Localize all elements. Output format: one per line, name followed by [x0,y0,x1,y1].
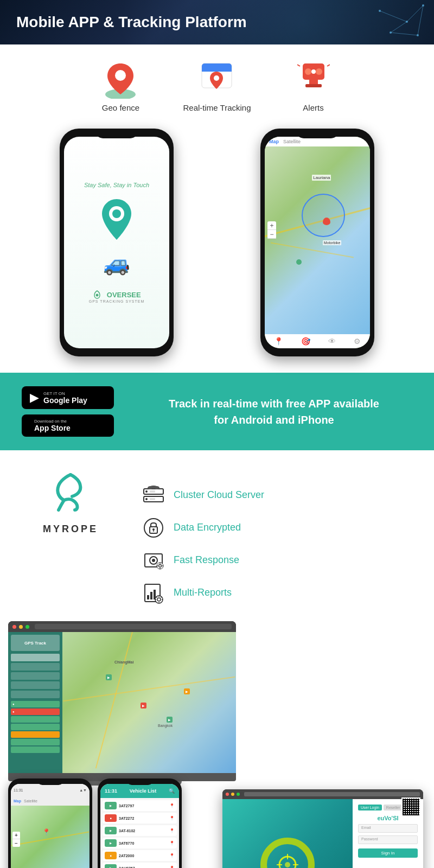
svg-point-35 [148,486,153,489]
vlist-pin-5: 📍 [169,853,175,858]
vlist-dot-6: ▶ [105,864,117,868]
vlist-pin-1: 📍 [169,803,175,808]
sphone-map-tabs: Map Satellite [11,796,90,806]
vlist-dot-1: ▶ [105,802,117,809]
platform-desktop-bar [8,621,236,632]
app-store-small: Download on the [34,419,71,424]
map-tab-satellite: Satellite [283,139,301,144]
zoom-in: + [267,221,276,230]
login-map-gps-icon [274,851,301,868]
login-password-field[interactable]: Password [358,835,418,844]
vlist-pin-6: 📍 [169,866,175,869]
oversee-sub-text: GPS TRACKING SYSTEM [89,299,145,303]
fast-response-label: Fast Response [174,554,239,566]
map-bottom-icon-2: 🎯 [301,337,310,346]
login-screen-body: Stay Safe, Stay in Touch User Login Rese… [222,799,423,868]
phone-map-mockup: Map Satellite Lauriana Motorbike + − 📍 [260,129,374,356]
expand-dot [25,625,29,629]
phone-app-mockup: Stay Safe, Stay in Touch 🚙 OVERSEE GPS T… [60,129,174,356]
svg-line-24 [327,65,330,66]
phone-notch-right [296,129,339,138]
svg-point-30 [145,490,148,493]
server-feature-encrypted: Data Encrypted [141,515,412,540]
map-background [62,632,236,773]
qr-inner [403,799,419,815]
vlist-search-icon: 🔍 [169,788,175,794]
svg-point-43 [152,559,155,562]
vlist-name-4: 3AT6770 [119,841,134,845]
svg-rect-17 [309,80,318,84]
vlist-name-3: 3AT-6102 [119,829,135,833]
close-dot [12,625,16,629]
vehicle-row-orange [11,731,60,738]
vlist-item-3: ▶ 3AT-6102 📍 [103,825,177,836]
vlist-item-5: ■ 2AT2000 📍 [103,850,177,861]
map-tab-map: Map [269,139,279,144]
google-play-text: GET IT ON Google Play [43,391,87,405]
map-vehicle-2: ▶ [141,703,146,709]
feature-tracking: Real-time Tracking [183,61,251,112]
brand-name: MYROPE [43,524,98,535]
svg-point-0 [379,10,381,12]
svg-rect-51 [147,595,149,599]
vlist-name-6: 2AU9767 [119,866,135,869]
speed-icon [141,548,165,572]
map-bottom-icon-3: 👁 [328,337,336,346]
phones-overlay: 11:31 ▲▼ Map Satellite 📍 + − [8,778,182,868]
map-green-pin [296,259,302,265]
svg-point-20 [311,69,316,74]
brand-logo-area: MYROPE [22,472,119,535]
login-qr-code [401,797,420,816]
vlist-item-1: ▶ 3AT2797 📍 [103,800,177,811]
login-min-dot [231,793,234,796]
url-bar [35,624,232,629]
tagline-line1: Track in real-time with free APP availab… [136,395,412,412]
map-bottom-icon-1: 📍 [274,337,283,346]
sidebar-logo: GPS Track [11,635,60,651]
svg-point-67 [285,862,290,867]
vlist-dot-5: ■ [105,852,117,859]
appstore-tagline: Track in real-time with free APP availab… [136,395,412,428]
server-feature-fast: Fast Response [141,548,412,572]
app-store-button[interactable]: Download on the App Store [22,414,114,437]
sidebar-item-2 [11,663,60,671]
google-play-icon: ▶ [30,391,39,405]
google-play-button[interactable]: ▶ GET IT ON Google Play [22,386,114,409]
svg-point-36 [154,486,159,489]
svg-rect-14 [202,69,232,72]
sphone-zoom-in: + [12,832,20,839]
svg-rect-52 [150,592,152,599]
svg-line-60 [156,597,157,598]
map-geo-fence-circle [302,194,345,237]
geo-fence-label: Geo fence [102,103,139,112]
minimize-dot [19,625,23,629]
vlist-dot-2: ■ [105,814,117,822]
login-username-field[interactable]: Email [358,824,418,833]
page-title: Mobile APP & Tracking Platform [16,14,418,31]
vlist-item-2: ■ 3AT2272 📍 [103,813,177,824]
encrypted-label: Data Encrypted [174,522,241,533]
phone-app-screen: Stay Safe, Stay in Touch 🚙 OVERSEE GPS T… [64,137,169,348]
vehicle-row-green5 [11,746,60,753]
platform-sidebar: GPS Track ● ● [8,632,62,773]
vlist-title: Vehicle List [130,788,157,794]
sphone-status: ▲▼ [79,788,87,792]
small-phone-notch-right [126,778,154,785]
lock-icon [141,515,165,540]
platform-desktop-screen: GPS Track ● ● [8,621,236,773]
platform-section: GPS Track ● ● [0,616,434,868]
login-tab-reseller[interactable]: Reseller [384,805,403,810]
sphone-tab-satellite: Satellite [24,799,37,803]
server-features: Cluster Cloud Server Data Encrypted [130,472,412,605]
vehicle-row-green4 [11,739,60,745]
login-submit-button[interactable]: Sign In [358,848,418,858]
sphone-tab-map: Map [14,799,21,803]
login-tab-user[interactable]: User Login [358,805,382,810]
vlist-pin-2: 📍 [169,816,175,821]
vlist-dot-4: ▶ [105,839,117,847]
appstore-section: ▶ GET IT ON Google Play Download on the … [0,373,434,450]
brand-logo-icon [48,472,94,518]
google-play-small: GET IT ON [43,391,87,396]
map-label-1: Lauriana [312,175,331,181]
app-store-large: App Store [34,424,71,432]
